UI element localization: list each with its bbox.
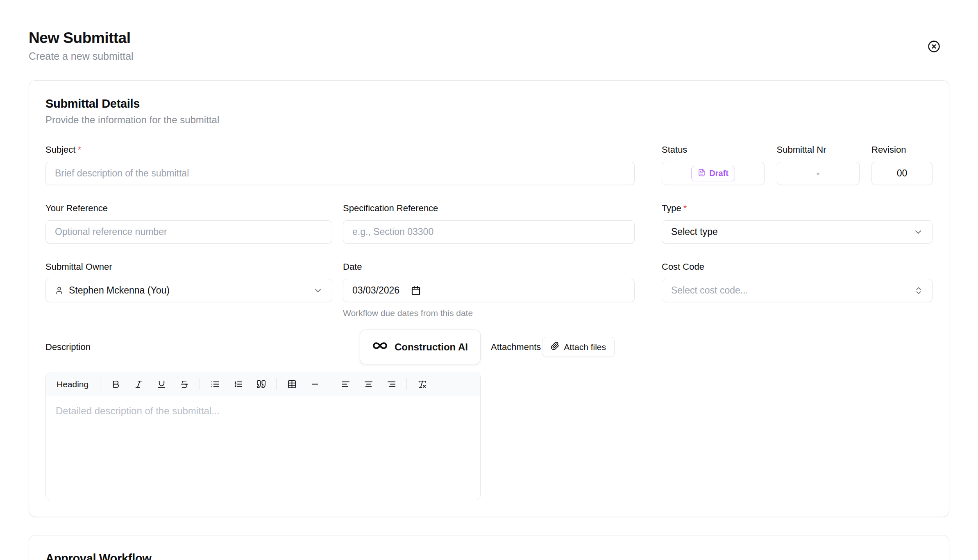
description-attachments-row: Description Construction AI Attachments bbox=[45, 330, 933, 364]
toolbar-align-left-button[interactable] bbox=[338, 376, 353, 392]
toolbar-bullet-list-button[interactable] bbox=[207, 376, 223, 392]
description-header: Description Construction AI bbox=[45, 330, 481, 364]
ordered-list-icon bbox=[234, 379, 243, 389]
align-right-icon bbox=[387, 379, 396, 389]
page-title: New Submittal bbox=[29, 29, 134, 47]
calendar-icon[interactable] bbox=[411, 286, 421, 296]
type-field: Type* Select type bbox=[662, 203, 933, 244]
page-header-text: New Submittal Create a new submittal bbox=[29, 29, 134, 62]
attach-files-button[interactable]: Attach files bbox=[542, 337, 615, 357]
new-submittal-page: New Submittal Create a new submittal Sub… bbox=[0, 0, 978, 560]
owner-field: Submittal Owner Stephen Mckenna (You) bbox=[45, 262, 332, 318]
strikethrough-icon bbox=[180, 379, 189, 389]
toolbar-ordered-list-button[interactable] bbox=[230, 376, 246, 392]
submittal-nr-box: - bbox=[777, 162, 860, 185]
subject-field: Subject* bbox=[45, 145, 635, 185]
toolbar-align-right-button[interactable] bbox=[383, 376, 399, 392]
chevron-down-icon bbox=[913, 227, 923, 237]
subject-input[interactable] bbox=[45, 162, 635, 185]
form-row-3: Submittal Owner Stephen Mckenna (You) bbox=[45, 262, 933, 318]
owner-select-value: Stephen Mckenna (You) bbox=[69, 285, 170, 296]
owner-label: Submittal Owner bbox=[45, 262, 332, 272]
form-row-2: Your Reference Specification Reference T… bbox=[45, 203, 933, 244]
type-label: Type* bbox=[662, 203, 933, 214]
construction-ai-label: Construction AI bbox=[395, 341, 468, 353]
required-asterisk: * bbox=[77, 145, 81, 155]
toolbar-blockquote-button[interactable] bbox=[253, 376, 269, 392]
revision-label: Revision bbox=[871, 145, 933, 155]
date-input[interactable]: 03/03/2026 bbox=[343, 279, 635, 302]
underline-icon bbox=[157, 379, 166, 389]
submittal-form: Subject* Status Draft bbox=[45, 145, 933, 500]
submittal-nr-field: Submittal Nr - bbox=[777, 145, 860, 185]
date-label: Date bbox=[343, 262, 635, 272]
subject-label: Subject* bbox=[45, 145, 635, 155]
toolbar-divider bbox=[200, 378, 200, 390]
bold-icon bbox=[111, 379, 120, 389]
your-reference-label: Your Reference bbox=[45, 203, 332, 214]
paperclip-icon bbox=[551, 341, 560, 352]
description-editor-content[interactable]: Detailed description of the submittal... bbox=[46, 396, 480, 500]
revision-field: Revision bbox=[871, 145, 933, 185]
toolbar-underline-button[interactable] bbox=[154, 376, 169, 392]
toolbar-strikethrough-button[interactable] bbox=[177, 376, 192, 392]
toolbar-divider bbox=[406, 378, 407, 390]
your-reference-field: Your Reference bbox=[45, 203, 332, 244]
toolbar-bold-button[interactable] bbox=[108, 376, 123, 392]
status-group: Status Draft Submittal Nr - bbox=[662, 145, 933, 185]
circle-x-icon bbox=[928, 48, 940, 54]
bullet-list-icon bbox=[211, 379, 220, 389]
type-select-value: Select type bbox=[671, 226, 718, 237]
status-box: Draft bbox=[662, 162, 765, 185]
your-reference-input[interactable] bbox=[45, 220, 332, 244]
construction-ai-button[interactable]: Construction AI bbox=[360, 330, 481, 364]
draft-status-badge: Draft bbox=[691, 166, 735, 181]
approval-workflow-card: Approval Workflow bbox=[29, 535, 949, 560]
toolbar-align-center-button[interactable] bbox=[361, 376, 376, 392]
cost-code-field: Cost Code Select cost code... bbox=[662, 262, 933, 318]
page-subtitle: Create a new submittal bbox=[29, 50, 134, 62]
italic-icon bbox=[134, 379, 143, 389]
workflow-title: Approval Workflow bbox=[45, 552, 933, 560]
status-field: Status Draft bbox=[662, 145, 765, 185]
attachments-label: Attachments bbox=[491, 342, 541, 352]
editor-toolbar: Heading bbox=[46, 372, 480, 396]
toolbar-horizontal-rule-button[interactable] bbox=[307, 376, 322, 392]
owner-select[interactable]: Stephen Mckenna (You) bbox=[45, 279, 332, 302]
user-icon bbox=[55, 286, 64, 295]
required-asterisk: * bbox=[683, 203, 687, 213]
type-select[interactable]: Select type bbox=[662, 220, 933, 244]
date-helper-text: Workflow due dates from this date bbox=[343, 308, 635, 318]
toolbar-heading-button[interactable]: Heading bbox=[52, 376, 93, 392]
table-icon bbox=[287, 379, 297, 389]
toolbar-table-button[interactable] bbox=[284, 376, 300, 392]
form-row-1: Subject* Status Draft bbox=[45, 145, 933, 185]
cost-code-placeholder: Select cost code... bbox=[671, 285, 748, 296]
align-center-icon bbox=[364, 379, 373, 389]
toolbar-divider bbox=[276, 378, 277, 390]
page-header: New Submittal Create a new submittal bbox=[29, 29, 949, 62]
clear-formatting-icon bbox=[418, 379, 427, 389]
blockquote-icon bbox=[256, 379, 266, 389]
chevron-down-icon bbox=[313, 286, 323, 296]
date-value: 03/03/2026 bbox=[352, 285, 399, 296]
spec-reference-input[interactable] bbox=[343, 220, 635, 244]
attachments-group: Attachments Attach files bbox=[491, 337, 615, 357]
status-label: Status bbox=[662, 145, 765, 155]
close-button[interactable] bbox=[928, 40, 940, 53]
cost-code-label: Cost Code bbox=[662, 262, 933, 272]
description-editor: Heading bbox=[45, 372, 481, 500]
toolbar-clear-formatting-button[interactable] bbox=[414, 376, 430, 392]
attach-files-label: Attach files bbox=[564, 342, 606, 352]
date-field: Date 03/03/2026 Workflow due dates from … bbox=[343, 262, 635, 318]
chevrons-up-down-icon bbox=[914, 286, 923, 295]
revision-input[interactable] bbox=[871, 162, 933, 185]
horizontal-rule-icon bbox=[310, 379, 320, 389]
submittal-nr-label: Submittal Nr bbox=[777, 145, 860, 155]
description-placeholder: Detailed description of the submittal... bbox=[56, 405, 220, 416]
toolbar-divider bbox=[330, 378, 330, 390]
file-text-icon bbox=[698, 169, 706, 178]
cost-code-select[interactable]: Select cost code... bbox=[662, 279, 933, 302]
toolbar-italic-button[interactable] bbox=[131, 376, 146, 392]
card-subtitle: Provide the information for the submitta… bbox=[45, 114, 933, 126]
